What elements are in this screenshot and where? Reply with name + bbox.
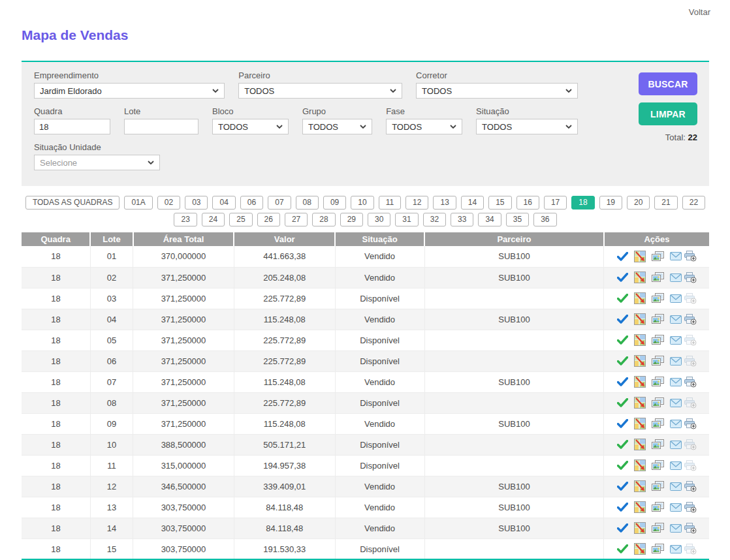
quadra-input[interactable]: [34, 119, 110, 134]
quadra-button-19[interactable]: 19: [599, 196, 622, 210]
map-icon[interactable]: [634, 313, 646, 325]
back-link[interactable]: Voltar: [689, 7, 710, 17]
gallery-icon[interactable]: [652, 439, 664, 450]
mail-icon[interactable]: [670, 294, 682, 303]
quadra-button-20[interactable]: 20: [627, 196, 650, 210]
map-icon[interactable]: [634, 397, 646, 409]
map-icon[interactable]: [634, 439, 646, 450]
print-icon[interactable]: [684, 272, 697, 283]
situacao-select[interactable]: TODOS: [476, 119, 578, 134]
quadra-button-10[interactable]: 10: [351, 196, 373, 210]
quadra-button-29[interactable]: 29: [340, 213, 363, 226]
map-icon[interactable]: [634, 459, 646, 471]
quadra-button-28[interactable]: 28: [312, 213, 335, 226]
gallery-icon[interactable]: [652, 502, 664, 512]
check-icon[interactable]: [617, 482, 628, 491]
quadra-button-30[interactable]: 30: [368, 213, 390, 226]
mail-icon[interactable]: [670, 378, 682, 386]
print-icon[interactable]: [684, 502, 697, 513]
map-icon[interactable]: [634, 292, 646, 304]
quadra-button-04[interactable]: 04: [212, 196, 235, 210]
quadra-button-21[interactable]: 21: [654, 196, 677, 210]
map-icon[interactable]: [634, 334, 646, 346]
gallery-icon[interactable]: [652, 523, 664, 533]
quadra-button-01A[interactable]: 01A: [124, 196, 152, 210]
mail-icon[interactable]: [670, 461, 682, 470]
quadra-button-16[interactable]: 16: [516, 196, 539, 210]
check-icon[interactable]: [617, 440, 628, 449]
check-icon[interactable]: [617, 252, 628, 261]
check-icon[interactable]: [617, 544, 628, 553]
quadra-button-24[interactable]: 24: [202, 213, 225, 226]
gallery-icon[interactable]: [652, 251, 664, 262]
quadra-button-07[interactable]: 07: [268, 196, 291, 210]
mail-icon[interactable]: [670, 252, 682, 260]
gallery-icon[interactable]: [652, 272, 664, 283]
quadra-button-27[interactable]: 27: [285, 213, 308, 226]
quadra-button-33[interactable]: 33: [451, 213, 473, 226]
quadra-button-22[interactable]: 22: [682, 196, 705, 210]
grupo-select[interactable]: TODOS: [302, 119, 372, 134]
check-icon[interactable]: [617, 315, 628, 324]
gallery-icon[interactable]: [652, 314, 664, 324]
quadra-button-12[interactable]: 12: [405, 196, 428, 210]
quadra-button-35[interactable]: 35: [506, 213, 529, 226]
quadra-button-34[interactable]: 34: [478, 213, 501, 226]
mail-icon[interactable]: [670, 441, 682, 449]
gallery-icon[interactable]: [652, 397, 664, 408]
check-icon[interactable]: [617, 523, 628, 533]
quadra-button-03[interactable]: 03: [185, 196, 208, 210]
print-icon[interactable]: [684, 418, 697, 429]
quadra-button-14[interactable]: 14: [461, 196, 484, 210]
map-icon[interactable]: [634, 272, 646, 283]
quadra-button-17[interactable]: 17: [544, 196, 567, 210]
quadra-button-02[interactable]: 02: [157, 196, 180, 210]
situacao-unidade-select[interactable]: Selecione: [34, 155, 160, 170]
quadra-button-31[interactable]: 31: [395, 213, 418, 226]
check-icon[interactable]: [617, 273, 628, 282]
gallery-icon[interactable]: [652, 293, 664, 303]
parceiro-select[interactable]: TODOS: [238, 83, 402, 99]
check-icon[interactable]: [617, 461, 628, 470]
quadra-button-all[interactable]: TODAS AS QUADRAS: [25, 196, 119, 210]
gallery-icon[interactable]: [652, 481, 664, 491]
print-icon[interactable]: [684, 314, 697, 325]
quadra-button-26[interactable]: 26: [257, 213, 280, 226]
check-icon[interactable]: [617, 335, 628, 345]
print-icon[interactable]: [684, 481, 697, 492]
mail-icon[interactable]: [670, 399, 682, 407]
check-icon[interactable]: [617, 356, 628, 366]
map-icon[interactable]: [634, 376, 646, 388]
lote-input[interactable]: [124, 119, 198, 134]
corretor-select[interactable]: TODOS: [416, 83, 578, 99]
map-icon[interactable]: [634, 355, 646, 367]
mail-icon[interactable]: [670, 420, 682, 428]
check-icon[interactable]: [617, 419, 628, 428]
check-icon[interactable]: [617, 377, 628, 386]
quadra-button-08[interactable]: 08: [296, 196, 319, 210]
gallery-icon[interactable]: [652, 418, 664, 429]
mail-icon[interactable]: [670, 524, 682, 533]
map-icon[interactable]: [634, 501, 646, 513]
print-icon[interactable]: [684, 251, 697, 262]
mail-icon[interactable]: [670, 503, 682, 512]
mail-icon[interactable]: [670, 273, 682, 282]
gallery-icon[interactable]: [652, 335, 664, 345]
mail-icon[interactable]: [670, 336, 682, 345]
quadra-button-25[interactable]: 25: [229, 213, 252, 226]
quadra-button-13[interactable]: 13: [433, 196, 456, 210]
print-icon[interactable]: [684, 523, 697, 534]
map-icon[interactable]: [634, 522, 646, 534]
bloco-select[interactable]: TODOS: [212, 119, 289, 134]
mail-icon[interactable]: [670, 357, 682, 366]
quadra-button-11[interactable]: 11: [379, 196, 401, 210]
quadra-button-18[interactable]: 18: [571, 196, 594, 210]
empreendimento-select[interactable]: Jardim Eldorado: [34, 83, 225, 99]
gallery-icon[interactable]: [652, 356, 664, 366]
map-icon[interactable]: [634, 251, 646, 262]
gallery-icon[interactable]: [652, 377, 664, 387]
quadra-button-15[interactable]: 15: [488, 196, 511, 210]
gallery-icon[interactable]: [652, 460, 664, 471]
map-icon[interactable]: [634, 418, 646, 429]
quadra-button-36[interactable]: 36: [533, 213, 556, 226]
